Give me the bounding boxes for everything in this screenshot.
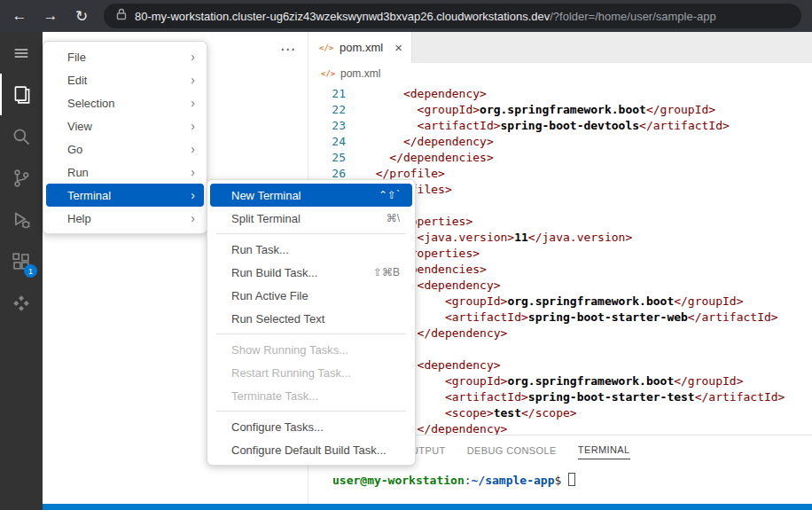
submenu-item-label: Configure Tasks... [231,420,400,434]
browser-forward-icon[interactable]: → [42,7,59,25]
xml-tag: </groupId> [674,374,743,388]
xml-tag: </java.version> [528,231,632,244]
play-bug-icon [12,210,31,230]
xml-tag: <artifactId> [362,119,501,132]
terminal-user-host: user@my-workstation [332,474,465,487]
code-line-21[interactable]: 21 <dependency> [308,86,812,102]
code-line-22[interactable]: 22 <groupId>org.springframework.boot</gr… [308,102,812,118]
panel-tab-terminal[interactable]: TERMINAL [578,438,630,459]
submenu-item-new-terminal[interactable]: New Terminal⌃⇧` [210,184,412,207]
line-number: 23 [308,118,346,134]
submenu-item-split-terminal[interactable]: Split Terminal⌘\ [210,207,412,230]
line-content: </dependencies> [346,150,494,166]
line-content: <artifactId>spring-boot-devtools</artifa… [346,118,730,134]
submenu-item-run-active-file[interactable]: Run Active File [210,284,412,307]
tab-label: pom.xml [340,41,383,54]
status-bar [43,504,812,510]
activity-bar-search[interactable] [0,115,43,157]
submenu-item-configure-default-build-task[interactable]: Configure Default Build Task... [210,438,412,461]
menu-item-label: Help [67,212,191,225]
menu-item-view[interactable]: View› [46,114,204,137]
xml-text: spring-boot-starter-test [528,390,695,404]
menu-item-label: Selection [67,97,191,110]
xml-file-icon: </> [319,43,333,52]
keybinding-label: ⌘\ [386,212,400,224]
activity-bar-source-control[interactable] [0,157,43,199]
menu-separator [216,411,406,412]
terminal-cursor [568,473,575,486]
submenu-item-label: Terminate Task... [231,389,400,403]
breadcrumb-item: pom.xml [340,67,380,80]
panel-tab-bar: OUTPUTDEBUG CONSOLETERMINAL [403,435,630,462]
keybinding-label: ⌃⇧` [379,189,400,201]
code-line-25[interactable]: 25 </dependencies> [308,150,812,166]
line-number: 22 [308,102,346,118]
chevron-right-icon: › [191,73,195,87]
chevron-right-icon: › [191,119,195,133]
menu-item-label: Edit [67,74,191,87]
submenu-item-label: Restart Running Task... [231,366,400,380]
submenu-item-show-running-tasks: Show Running Tasks... [210,338,412,361]
xml-text: spring-boot-starter-web [528,310,688,324]
menu-item-file[interactable]: File› [46,45,204,68]
line-content: </dependency> [346,134,494,150]
tab-pom-xml[interactable]: </> pom.xml × [308,32,412,63]
submenu-item-run-build-task[interactable]: Run Build Task...⇧⌘B [210,261,412,284]
menu-separator [216,233,406,234]
menu-item-label: File [67,51,191,64]
code-line-24[interactable]: 24 </dependency> [308,134,812,150]
menu-item-go[interactable]: Go› [46,137,204,161]
submenu-item-label: Run Active File [231,289,400,302]
activity-bar-menu[interactable] [0,32,43,74]
activity-bar-cloud-code[interactable] [0,282,43,324]
url-domain: 80-my-workstation.cluster-ug6ziz43wzeksw… [135,10,550,23]
submenu-item-label: Run Selected Text [231,312,400,326]
xml-tag: <groupId> [362,103,480,116]
menu-item-label: Terminal [67,189,191,202]
browser-toolbar: ← → ↻ 80-my-workstation.cluster-ug6ziz43… [0,0,812,32]
menu-item-edit[interactable]: Edit› [46,68,204,91]
search-icon [12,127,31,146]
terminal[interactable]: user@my-workstation:~/sample-app$ [332,473,575,487]
xml-tag: </dependency> [362,135,494,148]
file-menu: File›Edit›Selection›View›Go›Run›Terminal… [43,41,207,234]
tab-close-icon[interactable]: × [394,40,402,55]
browser-reload-icon[interactable]: ↻ [73,7,90,26]
menu-separator [216,333,406,334]
chevron-right-icon: › [191,96,195,110]
url-path: /?folder=/home/user/sample-app [550,10,716,23]
more-actions-icon[interactable]: ⋯ [280,40,295,59]
code-line-23[interactable]: 23 <artifactId>spring-boot-devtools</art… [308,118,812,134]
lock-icon [116,8,127,24]
xml-text: org.springframework.boot [480,103,646,116]
activity-bar-extensions[interactable]: 1 [0,240,43,282]
menu-item-selection[interactable]: Selection› [46,91,204,114]
xml-tag: </artifactId> [688,310,778,324]
menu-item-terminal[interactable]: Terminal› [46,184,204,207]
menu-item-label: Run [67,166,191,179]
browser-back-icon[interactable]: ← [11,7,28,25]
submenu-item-run-selected-text[interactable]: Run Selected Text [210,307,412,330]
xml-text: test [494,406,521,420]
breadcrumbs[interactable]: </> pom.xml [308,63,812,84]
submenu-item-label: Show Running Tasks... [231,343,400,357]
menu-item-label: View [67,120,191,133]
line-number: 24 [308,134,346,150]
panel-tab-debug-console[interactable]: DEBUG CONSOLE [467,439,557,459]
submenu-item-run-task[interactable]: Run Task... [210,238,412,261]
xml-tag: </profile> [362,167,445,180]
menu-item-help[interactable]: Help› [46,207,204,230]
url-bar[interactable]: 80-my-workstation.cluster-ug6ziz43wzeksw… [104,4,801,28]
terminal-submenu: New Terminal⌃⇧`Split Terminal⌘\Run Task.… [207,179,416,466]
menu-item-run[interactable]: Run› [46,161,204,184]
submenu-item-label: Run Build Task... [231,266,373,279]
submenu-item-configure-tasks[interactable]: Configure Tasks... [210,415,412,438]
activity-bar-explorer[interactable] [0,74,43,115]
xml-tag: </groupId> [646,103,715,116]
submenu-item-terminate-task: Terminate Task... [210,384,412,407]
line-number: 21 [308,86,346,102]
xml-tag: </scope> [521,406,577,420]
activity-bar-run-debug[interactable] [0,199,43,240]
terminal-prompt-symbol: $ [554,474,561,487]
xml-file-icon: </> [321,69,335,78]
